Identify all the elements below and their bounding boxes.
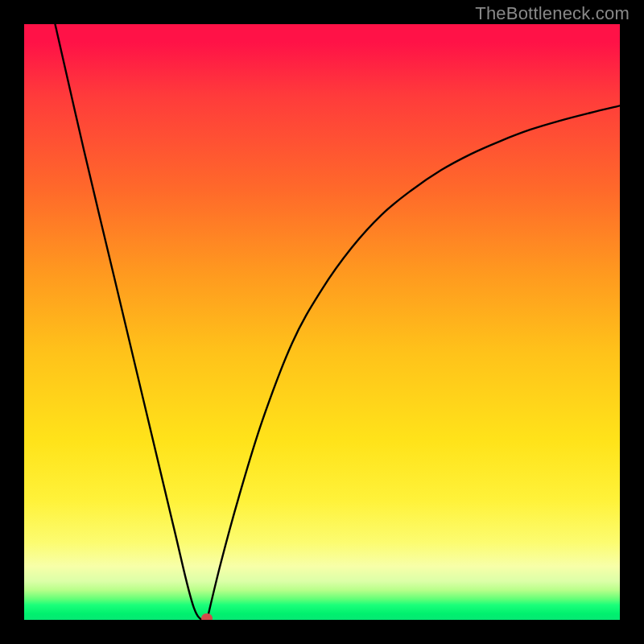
minimum-marker [201,613,213,620]
chart-frame: TheBottleneck.com [0,0,644,644]
plot-area [24,24,620,620]
curve-left-branch [55,24,207,620]
curve-layer [24,24,620,620]
watermark-text: TheBottleneck.com [475,3,630,24]
curve-right-branch [207,105,620,620]
